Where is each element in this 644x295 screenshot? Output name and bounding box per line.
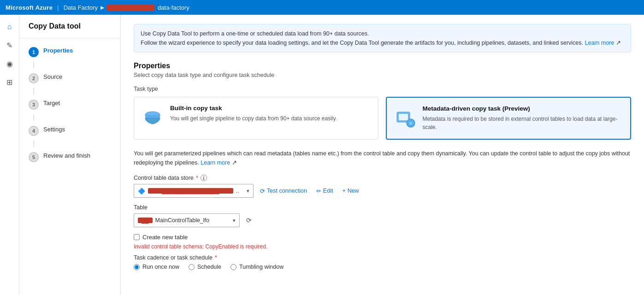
step-connector-1 [33,62,34,68]
wizard-step-source[interactable]: 2 Source [19,68,120,88]
tumbling-radio[interactable] [230,264,236,270]
builtin-task-title: Built-in copy task [170,105,371,112]
step-1-label: Properties [43,47,73,55]
monitor-icon-btn[interactable]: ◉ [1,55,18,72]
table-row: ██ MainControlTable_lfo ▾ ⟳ [134,213,631,227]
schedule-required-star: * [215,254,217,261]
metadata-task-title: Metadata-driven copy task (Preview) [423,105,623,112]
manage-icon-btn[interactable]: ⊞ [1,74,18,90]
wizard-step-properties[interactable]: 1 Properties [19,42,120,62]
builtin-task-icon [142,105,164,132]
run-once-option[interactable]: Run once now [134,264,179,270]
create-table-label[interactable]: Create new table [142,234,188,241]
svg-text:≡: ≡ [409,120,412,126]
builtin-task-body: Built-in copy task You will get single p… [170,105,371,132]
step-5-label: Review and finish [43,152,90,160]
task-cards: Built-in copy task You will get single p… [134,97,631,140]
table-label: Table [134,204,631,211]
breadcrumb-arrow: ▶ [100,5,104,11]
home-icon-btn[interactable]: ⌂ [1,18,18,35]
test-connection-button[interactable]: ⟳ Test connection [257,186,310,196]
step-5-circle: 5 [29,152,39,162]
table-refresh-button[interactable]: ⟳ [243,215,254,226]
step-3-circle: 3 [29,100,39,110]
table-dropdown[interactable]: ██ MainControlTable_lfo ▾ [134,213,240,227]
error-message: Invalid control table schema: CopyEnable… [134,243,631,250]
task-type-label: Task type [134,86,631,92]
step-3-label: Target [43,99,60,107]
icon-sidebar: ⌂ ✎ ◉ ⊞ [0,15,19,295]
wizard-step-target[interactable]: 3 Target [19,94,120,114]
top-bar: Microsoft Azure | Data Factory ▶ ███████… [0,0,644,15]
step-4-label: Settings [43,125,65,134]
edit-button[interactable]: ✏ Edit [313,186,336,196]
info-icon: ℹ [201,175,207,181]
learn-more-link[interactable]: Learn more [201,159,230,166]
create-table-row: Create new table [134,234,631,241]
run-once-label: Run once now [142,264,179,270]
parameterized-info: You will get parameterized pipelines whi… [134,149,631,167]
metadata-task-desc: Metadata is required to be stored in ext… [423,115,623,131]
control-table-dropdown[interactable]: 🔷 ████████████████ .. ▾ [134,184,254,198]
step-connector-4 [33,141,34,147]
metadata-task-card[interactable]: ≡ Metadata-driven copy task (Preview) Me… [386,97,632,140]
svg-rect-2 [399,114,408,120]
schedule-radio[interactable] [189,264,195,270]
table-value: MainControlTable_lfo [155,217,209,224]
schedule-option[interactable]: Schedule [189,264,221,270]
brand-label: Microsoft Azure [6,4,53,11]
section-subtitle: Select copy data task type and configure… [134,72,631,78]
wizard-step-settings[interactable]: 4 Settings [19,121,120,141]
info-learn-more-link[interactable]: Learn more [585,40,614,46]
top-bar-separator: | [57,4,59,11]
table-redacted-prefix: ██ [138,218,153,223]
control-table-label: Control table data store * ℹ [134,175,631,181]
required-star: * [196,175,198,181]
step-connector-2 [33,88,34,94]
builtin-task-desc: You will get single pipeline to copy dat… [170,114,371,123]
schedule-label: Task cadence or task schedule * [134,254,631,261]
edit-icon: ✏ [316,188,321,195]
app-body: ⌂ ✎ ◉ ⊞ Copy Data tool 1 Properties 2 So… [0,15,644,295]
step-2-label: Source [43,73,62,81]
info-banner: Use Copy Data Tool to perform a one-time… [134,24,631,53]
builtin-task-card[interactable]: Built-in copy task You will get single p… [134,97,378,140]
control-table-row: 🔷 ████████████████ .. ▾ ⟳ Test connectio… [134,184,631,198]
service-name: Data Factory [64,4,98,11]
step-connector-3 [33,114,34,121]
metadata-task-body: Metadata-driven copy task (Preview) Meta… [423,105,623,131]
schedule-group: Task cadence or task schedule * Run once… [134,254,631,270]
tumbling-label: Tumbling window [239,264,284,270]
tumbling-option[interactable]: Tumbling window [230,264,284,270]
info-line-1: Use Copy Data Tool to perform a one-time… [141,29,624,38]
step-1-circle: 1 [29,47,39,57]
schedule-label-text: Schedule [197,264,221,270]
main-content: Use Copy Data Tool to perform a one-time… [121,15,644,295]
connection-icon: ⟳ [260,188,265,195]
step-2-circle: 2 [29,73,39,83]
step-4-circle: 4 [29,126,39,136]
create-table-checkbox[interactable] [134,234,140,240]
section-title: Properties [134,62,631,70]
factory-name: data-factory [158,4,189,11]
pencil-icon-btn[interactable]: ✎ [1,37,18,53]
plus-icon: + [342,188,345,194]
metadata-task-icon: ≡ [394,105,416,131]
info-line-2: Follow the wizard experience to specify … [141,38,624,47]
schedule-radio-group: Run once now Schedule Tumbling window [134,264,631,270]
redacted-segment: ████████ [107,4,155,11]
wizard-nav: Copy Data tool 1 Properties 2 Source 3 T… [19,15,121,295]
control-table-group: Control table data store * ℹ 🔷 █████████… [134,175,631,198]
wizard-step-review[interactable]: 5 Review and finish [19,147,120,167]
breadcrumb: Data Factory ▶ ████████ data-factory [64,4,189,11]
wizard-title: Copy Data tool [19,22,120,38]
new-button[interactable]: + New [339,186,361,196]
dropdown-chevron: ▾ [247,188,249,194]
table-group: Table ██ MainControlTable_lfo ▾ ⟳ [134,204,631,227]
table-chevron: ▾ [233,218,236,224]
run-once-radio[interactable] [134,264,140,270]
control-table-value-redacted: ████████████████ [148,188,233,194]
